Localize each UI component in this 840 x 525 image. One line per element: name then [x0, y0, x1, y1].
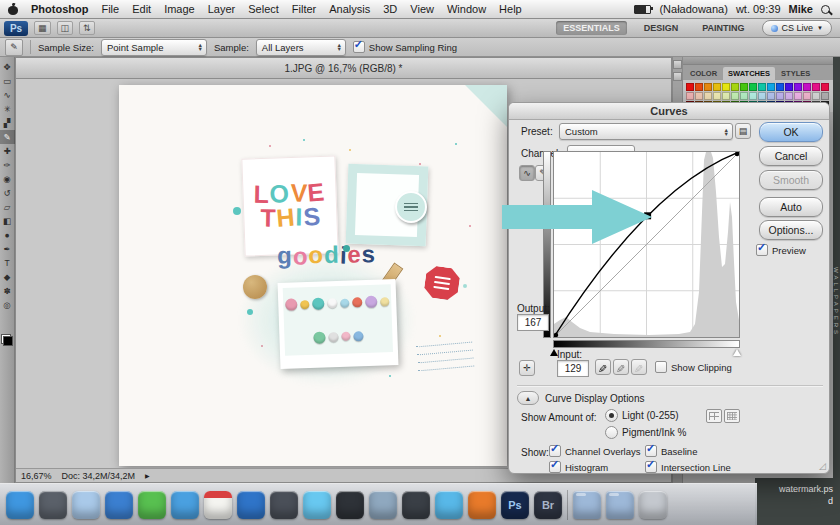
tool-button[interactable]: ✚ — [0, 144, 15, 158]
tool-button[interactable]: ▭ — [0, 74, 15, 88]
show-option-checkbox[interactable]: ✓ Baseline — [645, 445, 741, 457]
swatch[interactable] — [695, 92, 703, 100]
menu-item[interactable]: Filter — [292, 3, 316, 15]
dock-icon[interactable] — [573, 491, 601, 519]
tool-button[interactable]: ✎ — [0, 130, 15, 144]
tool-button[interactable]: ✽ — [0, 284, 15, 298]
cs-live-button[interactable]: CS Live ▼ — [762, 20, 832, 36]
swatch[interactable] — [713, 83, 721, 91]
amount-radio[interactable]: Pigment/Ink % — [605, 426, 686, 439]
dock-icon[interactable] — [303, 491, 331, 519]
white-point-eyedropper-icon[interactable]: ✐ — [631, 359, 647, 375]
swatch[interactable] — [794, 92, 802, 100]
workspace-button[interactable]: ESSENTIALS — [556, 21, 627, 35]
panel-tab[interactable]: SWATCHES — [723, 67, 775, 80]
dock-icon[interactable] — [138, 491, 166, 519]
tool-button[interactable]: ∿ — [0, 88, 15, 102]
edit-points-tool-icon[interactable]: ∿ — [519, 165, 535, 181]
dock-icon[interactable] — [639, 491, 667, 519]
dock-icon[interactable] — [72, 491, 100, 519]
menu-item[interactable]: Layer — [208, 3, 236, 15]
swatch[interactable] — [704, 92, 712, 100]
menu-item[interactable]: Analysis — [329, 3, 370, 15]
tool-button[interactable]: ● — [0, 228, 15, 242]
background-color-chip[interactable] — [3, 336, 13, 346]
apple-icon[interactable] — [8, 4, 18, 15]
swatch[interactable] — [749, 92, 757, 100]
swatch[interactable] — [740, 92, 748, 100]
dock-icon[interactable] — [204, 491, 232, 519]
tool-button[interactable]: ◉ — [0, 172, 15, 186]
swatch[interactable] — [731, 83, 739, 91]
arrange-documents-icon[interactable]: ⇅ — [79, 21, 95, 35]
swatch[interactable] — [776, 92, 784, 100]
dock-icon[interactable] — [402, 491, 430, 519]
panel-tab[interactable]: STYLES — [776, 67, 815, 80]
swatch[interactable] — [812, 92, 820, 100]
on-image-adjustment-icon[interactable]: ✛ — [519, 360, 535, 376]
tool-button[interactable]: ▞ — [0, 116, 15, 130]
show-clipping-checkbox[interactable]: ✓ Show Clipping — [655, 361, 732, 373]
view-extras-icon[interactable]: ▦ — [34, 21, 51, 35]
menu-item[interactable]: 3D — [383, 3, 397, 15]
spotlight-icon[interactable] — [821, 5, 830, 14]
tool-button[interactable]: T — [0, 256, 15, 270]
dock-icon[interactable] — [39, 491, 67, 519]
swatch[interactable] — [713, 92, 721, 100]
swatch[interactable] — [758, 92, 766, 100]
dock-icon[interactable] — [468, 491, 496, 519]
show-option-checkbox[interactable]: ✓ Intersection Line — [645, 461, 741, 473]
swatch[interactable] — [758, 83, 766, 91]
dock-icon[interactable] — [237, 491, 265, 519]
swatch[interactable] — [785, 92, 793, 100]
workspace-button[interactable]: DESIGN — [637, 21, 686, 35]
dock-icon[interactable] — [171, 491, 199, 519]
show-sampling-ring-checkbox[interactable]: ✓ Show Sampling Ring — [353, 41, 457, 53]
current-tool-eyedropper-icon[interactable]: ✎ — [5, 39, 23, 56]
cancel-button[interactable]: Cancel — [759, 146, 823, 166]
auto-button[interactable]: Auto — [759, 197, 823, 217]
swatch[interactable] — [767, 92, 775, 100]
dock-icon[interactable] — [336, 491, 364, 519]
swatch[interactable] — [686, 83, 694, 91]
tool-button[interactable]: ▱ — [0, 200, 15, 214]
tool-button[interactable]: ✥ — [0, 60, 15, 74]
document-tab-title[interactable]: 1.JPG @ 16,7% (RGB/8) * — [16, 58, 671, 79]
resize-grip-icon[interactable]: ◿ — [819, 461, 826, 471]
status-arrow-icon[interactable]: ▶ — [145, 472, 150, 479]
workspace-button[interactable]: PAINTING — [695, 21, 751, 35]
menu-item[interactable]: View — [410, 3, 434, 15]
menu-item[interactable]: Help — [499, 3, 522, 15]
zoom-field[interactable]: 16,67% — [21, 471, 52, 481]
sample-size-dropdown[interactable]: Point Sample ▲▼ — [101, 39, 207, 56]
tool-button[interactable]: ✒ — [0, 242, 15, 256]
dock-icon[interactable] — [369, 491, 397, 519]
tool-button[interactable]: ◧ — [0, 214, 15, 228]
swatch[interactable] — [722, 92, 730, 100]
dock-icon[interactable] — [606, 491, 634, 519]
preset-menu-icon[interactable]: ▤ — [735, 123, 751, 139]
tool-button[interactable]: ◎ — [0, 298, 15, 312]
menu-item[interactable]: File — [101, 3, 119, 15]
menu-item[interactable]: Window — [447, 3, 486, 15]
dock-icon[interactable]: Br — [534, 491, 562, 519]
input-value-field[interactable]: 129 — [557, 360, 589, 377]
disclosure-triangle-icon[interactable]: ▲ — [517, 391, 539, 405]
show-option-checkbox[interactable]: ✓ Histogram — [549, 461, 645, 473]
zoom-level-icon[interactable]: ◫ — [57, 21, 74, 35]
menu-app-name[interactable]: Photoshop — [31, 3, 88, 15]
menu-item[interactable]: Image — [164, 3, 195, 15]
dock-icon[interactable] — [435, 491, 463, 519]
tool-button[interactable]: ◆ — [0, 270, 15, 284]
simple-grid-icon[interactable] — [706, 409, 722, 423]
swatch[interactable] — [767, 83, 775, 91]
ok-button[interactable]: OK — [759, 122, 823, 142]
swatch[interactable] — [704, 83, 712, 91]
tool-button[interactable]: ↺ — [0, 186, 15, 200]
panel-grip[interactable] — [683, 57, 833, 65]
white-point-slider[interactable] — [733, 349, 741, 356]
swatch[interactable] — [740, 83, 748, 91]
detailed-grid-icon[interactable] — [724, 409, 740, 423]
swatch[interactable] — [749, 83, 757, 91]
swatch[interactable] — [776, 83, 784, 91]
